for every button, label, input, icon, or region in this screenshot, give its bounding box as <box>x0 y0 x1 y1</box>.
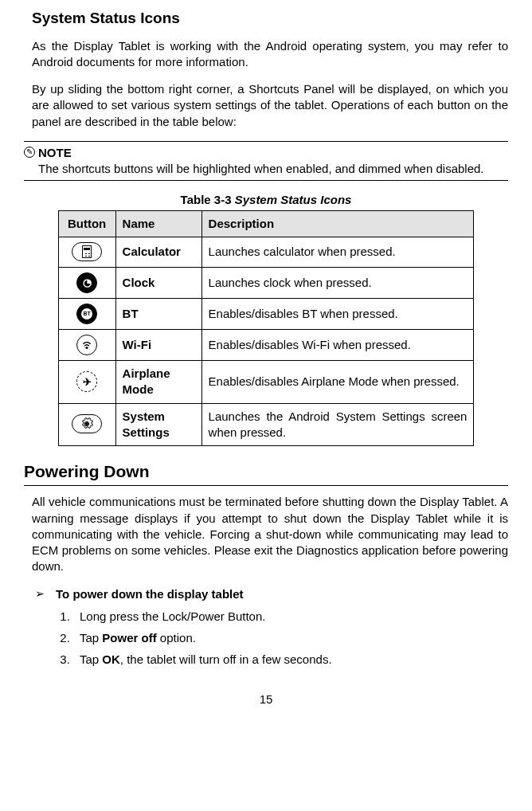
cell-desc: Enables/disables Wi-Fi when pressed. <box>201 330 474 361</box>
note-block: NOTE The shortcuts buttons will be highl… <box>24 141 508 182</box>
step-text: Tap <box>80 631 102 644</box>
list-item: Tap OK, the tablet will turn off in a fe… <box>73 650 508 672</box>
airplane-icon: ✈ <box>76 371 97 392</box>
bluetooth-icon: BT <box>76 304 97 324</box>
table-caption-number: Table 3-3 <box>181 193 235 206</box>
table-row: ✈ Airplane Mode Enables/disables Airplan… <box>58 361 474 404</box>
table-row: Calculator Launches calculator when pres… <box>58 237 474 267</box>
paragraph-intro-2: By up sliding the bottom right corner, a… <box>32 81 508 130</box>
cell-desc: Enables/disables Airplane Mode when pres… <box>201 361 474 404</box>
table-row: Wi-Fi Enables/disables Wi-Fi when presse… <box>58 330 474 361</box>
cell-name: Wi-Fi <box>115 330 201 361</box>
wifi-icon <box>76 335 97 355</box>
cell-name: Airplane Mode <box>115 361 201 404</box>
heading-powering-down: Powering Down <box>24 460 508 486</box>
system-status-icons-table: Button Name Description Calculator Launc… <box>58 210 475 447</box>
table-caption-title: System Status Icons <box>235 193 352 206</box>
gear-icon <box>72 414 102 433</box>
paragraph-powering-down: All vehicle communications must be termi… <box>32 494 508 574</box>
cell-name: Clock <box>115 268 201 299</box>
procedure-steps: Long press the Lock/Power Button. Tap Po… <box>73 607 508 672</box>
note-body: The shortcuts buttons will be highlighte… <box>38 161 508 177</box>
arrow-icon: ➢ <box>35 586 45 602</box>
list-item: Tap Power off option. <box>73 629 508 650</box>
table-row: ◔ Clock Launches clock when pressed. <box>58 268 474 299</box>
note-icon <box>24 147 35 158</box>
th-description: Description <box>201 210 474 237</box>
table-row: System Settings Launches the Android Sys… <box>58 403 474 446</box>
heading-system-status-icons: System Status Icons <box>32 8 508 29</box>
cell-name: BT <box>115 299 201 330</box>
cell-desc: Enables/disables BT when pressed. <box>201 299 474 330</box>
procedure-title: To power down the display tablet <box>56 586 244 602</box>
cell-name: Calculator <box>115 237 201 267</box>
svg-point-1 <box>85 422 88 425</box>
page-number: 15 <box>24 692 508 707</box>
procedure-heading: ➢ To power down the display tablet <box>35 586 508 602</box>
th-button: Button <box>58 210 115 237</box>
cell-name: System Settings <box>115 403 201 446</box>
cell-desc: Launches calculator when pressed. <box>201 237 474 267</box>
paragraph-intro-1: As the Display Tablet is working with th… <box>32 38 508 71</box>
th-name: Name <box>115 210 201 237</box>
step-bold: OK <box>102 652 120 666</box>
calculator-icon <box>72 242 102 261</box>
note-label: NOTE <box>38 145 72 161</box>
table-caption: Table 3-3 System Status Icons <box>24 192 508 208</box>
step-text: option. <box>157 631 196 644</box>
clock-icon: ◔ <box>76 272 97 293</box>
cell-desc: Launches clock when pressed. <box>201 268 474 299</box>
svg-point-0 <box>86 347 88 349</box>
cell-desc: Launches the Android System Settings scr… <box>201 403 474 446</box>
step-text: , the tablet will turn off in a few seco… <box>120 652 332 666</box>
step-bold: Power off <box>102 631 156 644</box>
table-row: BT BT Enables/disables BT when pressed. <box>58 299 474 330</box>
step-text: Tap <box>80 652 102 666</box>
list-item: Long press the Lock/Power Button. <box>73 607 508 629</box>
